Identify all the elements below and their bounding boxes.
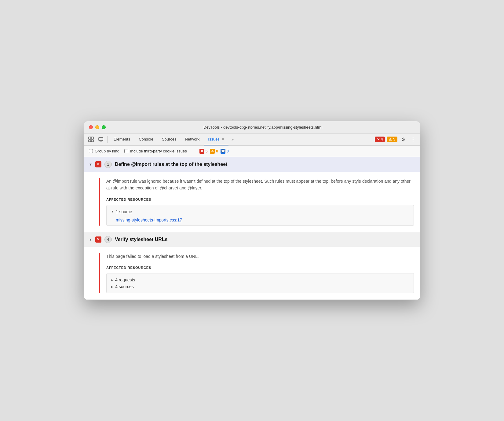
group-by-kind-checkbox[interactable] — [89, 149, 93, 153]
tab-console[interactable]: Console — [134, 133, 158, 145]
sources-group-chevron-icon: ▶ — [111, 285, 113, 288]
issue-1-left-border — [99, 178, 100, 226]
issue-header-2[interactable]: ▼ ✕ 4 Verify stylesheet URLs — [84, 232, 420, 247]
issue-1-body: An @import rule was ignored because it w… — [84, 172, 420, 232]
requests-group-label: 4 requests — [115, 277, 135, 282]
issue-card-2: ▼ ✕ 4 Verify stylesheet URLs This page f… — [84, 232, 420, 300]
issue-1-resources-box: ▼ 1 source missing-stylesheets-imports.c… — [106, 205, 414, 226]
filter-error-badge: ✕ 5 — [199, 149, 208, 154]
toolbar: Elements Console Sources Network Issues … — [84, 134, 420, 146]
devtools-window: DevTools - devtools-dbg-stories.netlify.… — [84, 121, 420, 300]
issue-2-affected-label: AFFECTED RESOURCES — [106, 266, 414, 269]
svg-rect-1 — [89, 140, 91, 142]
svg-rect-2 — [91, 137, 93, 139]
issue-2-requests-group[interactable]: ▶ 4 requests — [111, 276, 409, 283]
issue-2-error-badge: ✕ — [95, 236, 101, 243]
warning-badge: ⚠ 5 — [387, 137, 397, 142]
third-party-label: Include third-party cookie issues — [130, 149, 187, 153]
issue-1-badge-icon: ✕ — [97, 162, 100, 166]
filter-warning-icon: ⚠ — [210, 149, 215, 154]
filter-divider — [193, 148, 193, 154]
tabs-overflow-button[interactable]: » — [229, 137, 236, 142]
filter-warning-badge: ⚠ 0 — [210, 149, 218, 154]
filter-info-count: 0 — [227, 149, 229, 153]
issue-2-count-badge: 4 — [104, 236, 112, 243]
more-options-button[interactable]: ⋮ — [408, 135, 418, 144]
issue-1-title: Define @import rules at the top of the s… — [115, 162, 228, 167]
issue-2-badge-icon: ✕ — [97, 237, 100, 241]
issue-2-description: This page failed to load a stylesheet fr… — [106, 253, 414, 260]
tab-sources[interactable]: Sources — [158, 133, 181, 145]
error-badge: ✕ 4 — [375, 137, 385, 142]
issue-1-source-group[interactable]: ▼ 1 source — [111, 208, 409, 215]
requests-group-chevron-icon: ▶ — [111, 278, 113, 282]
issue-1-error-badge: ✕ — [95, 161, 101, 167]
toolbar-divider — [107, 136, 108, 143]
issue-2-title: Verify stylesheet URLs — [115, 237, 168, 242]
issue-1-affected-label: AFFECTED RESOURCES — [106, 198, 414, 201]
third-party-filter[interactable]: Include third-party cookie issues — [124, 149, 187, 153]
issue-2-content: This page failed to load a stylesheet fr… — [106, 253, 414, 293]
issue-card-1: ▼ ✕ 1 Define @import rules at the top of… — [84, 157, 420, 232]
settings-button[interactable]: ⚙ — [399, 135, 408, 144]
tab-list: Elements Console Sources Network Issues … — [109, 134, 228, 145]
maximize-button[interactable] — [102, 125, 106, 129]
filter-error-icon: ✕ — [199, 149, 204, 154]
issue-2-chevron-icon: ▼ — [89, 238, 92, 241]
svg-rect-0 — [89, 137, 91, 139]
issue-2-resources-box: ▶ 4 requests ▶ 4 sources — [106, 273, 414, 293]
issue-header-1[interactable]: ▼ ✕ 1 Define @import rules at the top of… — [84, 157, 420, 172]
source-group-label: 1 source — [116, 209, 132, 214]
minimize-button[interactable] — [95, 125, 99, 129]
device-toolbar-button[interactable] — [96, 135, 105, 144]
main-content: ▼ ✕ 1 Define @import rules at the top of… — [84, 157, 420, 300]
traffic-lights — [89, 125, 106, 129]
inspect-element-button[interactable] — [86, 135, 96, 144]
filter-count-badges: ✕ 5 ⚠ 0 💬 0 — [199, 149, 229, 154]
error-badge-count: 4 — [381, 137, 383, 141]
tab-issues[interactable]: Issues ✕ — [204, 133, 228, 145]
error-badge-icon: ✕ — [377, 137, 380, 141]
filter-error-count: 5 — [206, 149, 208, 153]
title-bar: DevTools - devtools-dbg-stories.netlify.… — [84, 121, 420, 134]
svg-rect-3 — [91, 140, 93, 142]
group-by-kind-filter[interactable]: Group by kind — [89, 149, 119, 153]
sources-group-label: 4 sources — [115, 284, 134, 289]
group-by-kind-label: Group by kind — [95, 149, 119, 153]
warning-badge-icon: ⚠ — [389, 137, 392, 141]
tab-issues-close[interactable]: ✕ — [221, 137, 224, 141]
warning-badge-count: 5 — [393, 137, 395, 141]
issue-2-left-border — [99, 253, 100, 293]
issue-1-resource-link[interactable]: missing-stylesheets-imports.css:17 — [111, 218, 409, 222]
issue-1-count-badge: 1 — [104, 161, 112, 168]
filter-bar: Group by kind Include third-party cookie… — [84, 146, 420, 157]
window-title: DevTools - devtools-dbg-stories.netlify.… — [111, 125, 415, 130]
issue-2-sources-group[interactable]: ▶ 4 sources — [111, 283, 409, 290]
filter-info-badge: 💬 0 — [221, 149, 229, 154]
issue-2-body: This page failed to load a stylesheet fr… — [84, 247, 420, 299]
issue-1-chevron-icon: ▼ — [89, 163, 92, 166]
filter-warning-count: 0 — [216, 149, 218, 153]
close-button[interactable] — [89, 125, 93, 129]
source-group-chevron-icon: ▼ — [111, 210, 114, 213]
filter-info-icon: 💬 — [221, 149, 225, 154]
issue-1-content: An @import rule was ignored because it w… — [106, 178, 414, 226]
issue-1-description: An @import rule was ignored because it w… — [106, 178, 414, 192]
svg-rect-4 — [99, 137, 103, 141]
tab-elements[interactable]: Elements — [109, 133, 134, 145]
tab-network[interactable]: Network — [181, 133, 204, 145]
third-party-checkbox[interactable] — [124, 149, 128, 153]
